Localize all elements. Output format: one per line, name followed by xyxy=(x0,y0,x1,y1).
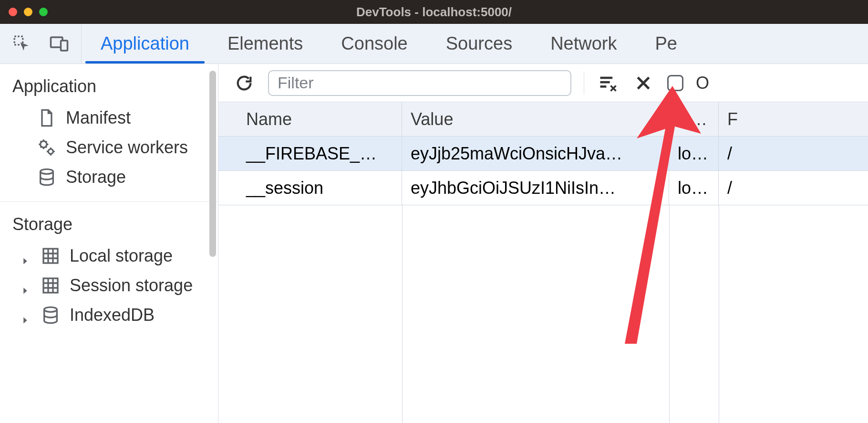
only-cookies-label-fragment: O xyxy=(696,73,709,93)
grid-icon xyxy=(41,246,60,265)
document-icon xyxy=(37,108,56,127)
delete-selected-button[interactable] xyxy=(632,72,655,95)
tab-elements[interactable]: Elements xyxy=(208,24,322,63)
svg-rect-6 xyxy=(43,249,58,263)
minimize-window-button[interactable] xyxy=(24,8,32,16)
grid-icon xyxy=(41,276,60,295)
tab-label: Network xyxy=(550,33,617,54)
chevron-right-icon xyxy=(20,280,31,291)
filter-bar: O xyxy=(218,64,868,102)
tab-label: Pe xyxy=(655,33,677,54)
maximize-window-button[interactable] xyxy=(39,8,48,16)
sidebar-item-storage[interactable]: Storage xyxy=(0,162,218,192)
cookies-table: Name Value D… F __FIREBASE_… eyJjb25maWc… xyxy=(218,102,868,423)
window-title: DevTools - localhost:5000/ xyxy=(356,5,512,20)
cell-path: / xyxy=(719,171,757,205)
sidebar-item-label: Manifest xyxy=(66,108,131,128)
clear-all-button[interactable] xyxy=(597,72,620,95)
cookies-panel: O Name Value D… F __FIREBASE_… eyJjb25ma… xyxy=(218,64,868,423)
inspect-element-icon[interactable] xyxy=(10,32,33,55)
tab-performance[interactable]: Pe xyxy=(636,24,696,63)
column-name[interactable]: Name xyxy=(218,102,402,136)
sidebar-section-application: Application xyxy=(0,64,218,103)
sidebar-scrollbar[interactable] xyxy=(209,71,216,257)
svg-rect-2 xyxy=(61,41,68,51)
database-icon xyxy=(37,168,56,187)
sidebar-item-label: Storage xyxy=(66,167,126,187)
gears-icon xyxy=(37,138,56,157)
sidebar-item-manifest[interactable]: Manifest xyxy=(0,103,218,133)
sidebar-item-label: IndexedDB xyxy=(70,305,155,325)
column-value[interactable]: Value xyxy=(402,102,669,136)
cell-value: eyJhbGciOiJSUzI1NiIsIn… xyxy=(402,171,669,205)
tab-label: Sources xyxy=(446,33,512,54)
tab-label: Application xyxy=(101,33,189,54)
devtools-tabs: Application Elements Console Sources Net… xyxy=(82,24,696,63)
svg-rect-7 xyxy=(43,278,58,293)
application-sidebar: Application Manifest Service workers Sto… xyxy=(0,64,218,423)
tab-console[interactable]: Console xyxy=(322,24,426,63)
filter-input[interactable] xyxy=(268,70,571,96)
refresh-button[interactable] xyxy=(233,72,256,95)
sidebar-item-label: Session storage xyxy=(70,275,193,296)
sidebar-item-label: Local storage xyxy=(70,246,173,266)
cell-domain: lo… xyxy=(669,137,719,170)
sidebar-item-label: Service workers xyxy=(66,137,188,158)
close-window-button[interactable] xyxy=(9,8,17,16)
tab-application[interactable]: Application xyxy=(82,24,208,63)
divider xyxy=(584,72,584,95)
table-row[interactable]: __session eyJhbGciOiJSUzI1NiIsIn… lo… / xyxy=(218,171,868,205)
devtools-toolbar: Application Elements Console Sources Net… xyxy=(0,24,868,64)
sidebar-item-session-storage[interactable]: Session storage xyxy=(0,271,218,300)
tab-label: Console xyxy=(341,33,407,54)
sidebar-item-service-workers[interactable]: Service workers xyxy=(0,133,218,162)
cell-name: __session xyxy=(218,171,402,205)
chevron-right-icon xyxy=(20,310,31,320)
cell-value: eyJjb25maWciOnsicHJva… xyxy=(402,137,669,170)
sidebar-section-storage: Storage xyxy=(0,202,218,241)
sidebar-item-local-storage[interactable]: Local storage xyxy=(0,241,218,271)
svg-point-5 xyxy=(41,169,53,174)
sidebar-item-indexeddb[interactable]: IndexedDB xyxy=(0,300,218,330)
window-titlebar: DevTools - localhost:5000/ xyxy=(0,0,868,24)
only-cookies-checkbox[interactable] xyxy=(667,75,683,91)
svg-point-8 xyxy=(44,307,57,312)
chevron-right-icon xyxy=(20,251,31,261)
tab-sources[interactable]: Sources xyxy=(427,24,531,63)
device-toolbar-icon[interactable] xyxy=(48,32,71,55)
column-path[interactable]: F xyxy=(719,102,757,136)
cell-domain: lo… xyxy=(669,171,719,205)
cell-path: / xyxy=(719,137,757,170)
table-header: Name Value D… F xyxy=(218,102,868,137)
table-row[interactable]: __FIREBASE_… eyJjb25maWciOnsicHJva… lo… … xyxy=(218,137,868,171)
window-controls xyxy=(9,8,48,16)
database-icon xyxy=(41,306,60,325)
column-domain[interactable]: D… xyxy=(669,102,719,136)
tab-label: Elements xyxy=(227,33,303,54)
svg-point-4 xyxy=(48,149,53,154)
cell-name: __FIREBASE_… xyxy=(218,137,402,170)
table-gridlines xyxy=(218,205,868,423)
tab-network[interactable]: Network xyxy=(531,24,636,63)
